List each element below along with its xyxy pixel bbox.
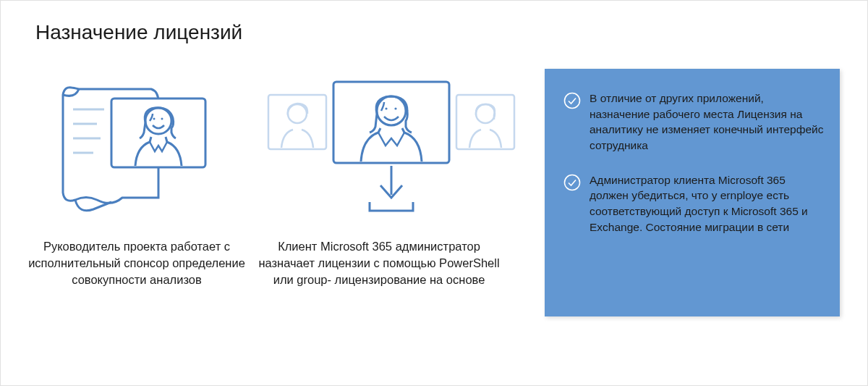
info-item-1: В отличие от других приложений, назначен… bbox=[563, 91, 824, 154]
svg-rect-10 bbox=[456, 95, 514, 149]
svg-point-18 bbox=[565, 175, 580, 190]
info-item-2: Администратор клиента Microsoft 365 долж… bbox=[563, 172, 824, 235]
info-panel: В отличие от других приложений, назначен… bbox=[545, 69, 840, 316]
svg-point-15 bbox=[394, 107, 396, 109]
svg-point-14 bbox=[385, 107, 387, 109]
svg-rect-12 bbox=[333, 82, 449, 163]
info-text-2: Администратор клиента Microsoft 365 долж… bbox=[590, 172, 824, 235]
check-circle-icon bbox=[563, 174, 581, 191]
caption-project-manager: Руководитель проекта работает с исполнит… bbox=[21, 238, 252, 288]
svg-point-7 bbox=[161, 118, 163, 120]
info-text-1: В отличие от других приложений, назначен… bbox=[590, 91, 824, 154]
svg-point-6 bbox=[153, 118, 156, 120]
illustration-scroll-person bbox=[43, 73, 224, 218]
caption-admin-licenses: Клиент Microsoft 365 администратор назна… bbox=[252, 238, 506, 288]
svg-point-17 bbox=[565, 93, 580, 109]
illustration-users-download bbox=[261, 73, 522, 218]
check-circle-icon bbox=[563, 92, 581, 109]
page-title: Назначение лицензий bbox=[35, 21, 242, 44]
